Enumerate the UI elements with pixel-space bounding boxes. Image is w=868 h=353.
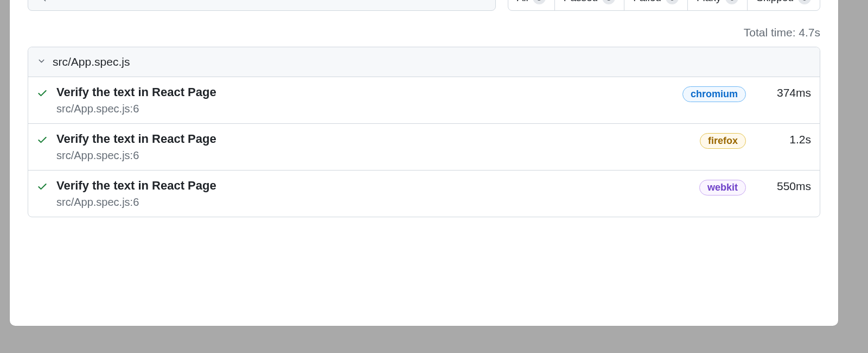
filter-tab-all[interactable]: All 3 [508,0,555,10]
file-header[interactable]: src/App.spec.js [28,47,820,77]
check-icon [37,85,48,99]
topbar: All 3 Passed 3 Failed 0 Flaky 0 Skipped … [28,0,820,11]
test-duration: 374ms [762,86,811,99]
filter-label: Skipped [756,0,794,4]
count-badge: 3 [602,0,615,4]
file-path: src/App.spec.js [53,55,130,68]
svg-line-1 [43,0,46,1]
test-duration: 550ms [762,180,811,193]
browser-badge-chromium: chromium [682,86,746,102]
test-row[interactable]: Verify the text in React Page src/App.sp… [28,124,820,171]
test-main: Verify the text in React Page src/App.sp… [54,132,693,162]
test-row[interactable]: Verify the text in React Page src/App.sp… [28,171,820,217]
check-icon [37,132,48,146]
filter-tab-failed[interactable]: Failed 0 [624,0,688,10]
search-input[interactable] [28,0,496,11]
test-main: Verify the text in React Page src/App.sp… [54,179,693,209]
test-location: src/App.spec.js:6 [56,196,693,209]
count-badge: 0 [666,0,679,4]
browser-badge-firefox: firefox [700,133,746,149]
test-title: Verify the text in React Page [56,132,693,146]
filter-tabs: All 3 Passed 3 Failed 0 Flaky 0 Skipped … [508,0,820,11]
test-title: Verify the text in React Page [56,85,676,99]
filter-label: All [517,0,528,4]
chevron-down-icon [37,55,46,68]
filter-tab-flaky[interactable]: Flaky 0 [688,0,748,10]
filter-label: Flaky [697,0,721,4]
count-badge: 0 [725,0,738,4]
test-row[interactable]: Verify the text in React Page src/App.sp… [28,77,820,124]
search-field[interactable] [47,0,488,4]
search-icon [36,0,47,4]
test-title: Verify the text in React Page [56,179,693,193]
check-icon [37,179,48,192]
total-time: Total time: 4.7s [28,26,820,39]
test-file-block: src/App.spec.js Verify the text in React… [28,47,820,217]
count-badge: 0 [798,0,811,4]
test-location: src/App.spec.js:6 [56,149,693,162]
browser-badge-webkit: webkit [699,180,746,196]
report-panel: All 3 Passed 3 Failed 0 Flaky 0 Skipped … [10,0,838,326]
filter-tab-passed[interactable]: Passed 3 [555,0,624,10]
filter-label: Passed [564,0,598,4]
test-duration: 1.2s [762,133,811,146]
filter-tab-skipped[interactable]: Skipped 0 [748,0,820,10]
filter-label: Failed [633,0,661,4]
test-main: Verify the text in React Page src/App.sp… [54,85,676,115]
count-badge: 3 [533,0,546,4]
test-location: src/App.spec.js:6 [56,103,676,115]
